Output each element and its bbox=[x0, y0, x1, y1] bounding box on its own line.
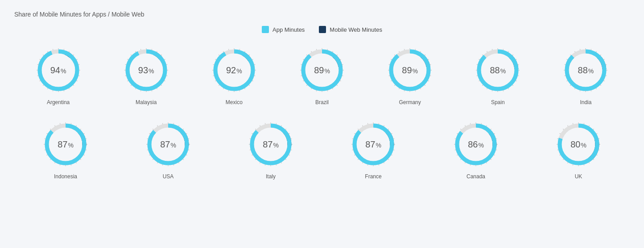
svg-line-50 bbox=[140, 49, 141, 50]
donut-chart: 87% bbox=[41, 120, 90, 169]
svg-line-167 bbox=[606, 64, 607, 65]
donut-value: 89% bbox=[314, 65, 330, 76]
donut-chart: 92% bbox=[210, 46, 259, 95]
chart-country-label: India bbox=[580, 99, 591, 105]
svg-line-69 bbox=[219, 85, 219, 86]
donut-chart: 86% bbox=[451, 120, 500, 169]
chart-item: 89% Brazil bbox=[297, 46, 347, 105]
donut-chart: 93% bbox=[122, 46, 171, 95]
chart-country-label: Germany bbox=[399, 99, 421, 105]
chart-country-label: Argentina bbox=[47, 99, 70, 105]
chart-item: 87% Indonesia bbox=[41, 120, 90, 180]
chart-country-label: USA bbox=[163, 173, 174, 180]
legend-app: App Minutes bbox=[262, 26, 305, 33]
donut-value: 87% bbox=[365, 139, 381, 150]
chart-item: 80% UK bbox=[554, 120, 603, 180]
chart-item: 88% India bbox=[561, 46, 610, 105]
svg-line-144 bbox=[512, 85, 513, 86]
donut-value: 87% bbox=[263, 139, 279, 150]
svg-line-17 bbox=[37, 76, 38, 76]
donut-chart: 88% bbox=[561, 46, 610, 95]
chart-country-label: France bbox=[365, 173, 381, 180]
svg-line-111 bbox=[425, 55, 425, 55]
svg-line-172 bbox=[596, 88, 597, 89]
donut-chart: 89% bbox=[297, 46, 347, 95]
svg-line-164 bbox=[596, 51, 597, 53]
svg-line-16 bbox=[39, 80, 41, 81]
chart-country-label: Indonesia bbox=[54, 173, 77, 180]
donut-value: 86% bbox=[468, 139, 484, 150]
svg-line-139 bbox=[516, 59, 517, 60]
charts-row-0: 94% Argentina 93% Malaysia bbox=[14, 46, 630, 105]
donut-value: 89% bbox=[402, 65, 418, 76]
donut-value: 93% bbox=[138, 65, 154, 76]
svg-line-74 bbox=[215, 59, 216, 60]
donut-chart: 87% bbox=[144, 120, 193, 169]
svg-line-43 bbox=[127, 80, 128, 81]
svg-line-75 bbox=[219, 55, 219, 55]
chart-item: 89% Germany bbox=[385, 46, 434, 105]
donut-value: 87% bbox=[58, 139, 74, 150]
chart-item: 87% France bbox=[349, 120, 398, 180]
charts-row-1: 87% Indonesia 87% USA bbox=[14, 120, 630, 180]
page-title: Share of Mobile Minutes for Apps / Mobil… bbox=[14, 11, 630, 18]
svg-line-166 bbox=[603, 59, 605, 60]
svg-line-170 bbox=[603, 80, 605, 81]
legend: App Minutes Mobile Web Minutes bbox=[14, 26, 630, 33]
chart-country-label: Mexico bbox=[226, 99, 243, 105]
chart-item: 93% Malaysia bbox=[122, 46, 171, 105]
donut-chart: 87% bbox=[246, 120, 295, 169]
svg-line-21 bbox=[43, 55, 44, 55]
chart-item: 87% Italy bbox=[246, 120, 295, 180]
donut-value: 88% bbox=[578, 65, 594, 76]
chart-item: 94% Argentina bbox=[34, 46, 83, 105]
legend-web-label: Mobile Web Minutes bbox=[330, 26, 382, 33]
svg-line-44 bbox=[125, 76, 126, 76]
chart-country-label: Brazil bbox=[315, 99, 329, 105]
svg-line-48 bbox=[131, 55, 132, 55]
chart-country-label: UK bbox=[575, 173, 582, 180]
svg-line-14 bbox=[47, 88, 48, 89]
donut-chart: 89% bbox=[385, 46, 434, 95]
donut-chart: 80% bbox=[554, 120, 603, 169]
chart-item: 86% Canada bbox=[451, 120, 500, 180]
donut-value: 94% bbox=[50, 65, 66, 76]
svg-line-20 bbox=[39, 59, 41, 60]
donut-value: 87% bbox=[160, 139, 176, 150]
donut-chart: 88% bbox=[473, 46, 522, 95]
chart-country-label: Italy bbox=[266, 173, 276, 180]
donut-value: 92% bbox=[226, 65, 242, 76]
svg-line-142 bbox=[518, 76, 519, 76]
svg-line-138 bbox=[512, 55, 513, 55]
legend-web-dot bbox=[319, 26, 326, 33]
svg-line-15 bbox=[43, 85, 44, 86]
svg-line-23 bbox=[53, 49, 53, 50]
svg-line-73 bbox=[213, 64, 215, 65]
legend-app-dot bbox=[262, 26, 269, 33]
donut-value: 80% bbox=[570, 139, 586, 150]
chart-country-label: Canada bbox=[466, 173, 485, 180]
svg-line-117 bbox=[425, 85, 425, 86]
donut-value: 88% bbox=[490, 65, 506, 76]
donut-chart: 87% bbox=[349, 120, 398, 169]
svg-line-140 bbox=[518, 64, 519, 65]
svg-line-76 bbox=[223, 51, 224, 53]
chart-item: 87% USA bbox=[144, 120, 193, 180]
charts-container: 94% Argentina 93% Malaysia bbox=[14, 46, 630, 180]
svg-line-19 bbox=[37, 64, 38, 65]
svg-line-165 bbox=[600, 55, 601, 55]
svg-line-143 bbox=[516, 80, 517, 81]
svg-line-22 bbox=[47, 51, 48, 53]
legend-app-label: App Minutes bbox=[272, 26, 305, 33]
chart-item: 92% Mexico bbox=[210, 46, 259, 105]
svg-line-49 bbox=[135, 51, 136, 53]
svg-line-42 bbox=[131, 85, 132, 86]
legend-web: Mobile Web Minutes bbox=[319, 26, 382, 33]
chart-country-label: Spain bbox=[491, 99, 505, 105]
chart-country-label: Malaysia bbox=[136, 99, 157, 105]
svg-line-171 bbox=[600, 85, 601, 86]
svg-line-47 bbox=[127, 59, 128, 60]
chart-item: 88% Spain bbox=[473, 46, 522, 105]
svg-line-46 bbox=[125, 64, 126, 65]
donut-chart: 94% bbox=[34, 46, 83, 95]
